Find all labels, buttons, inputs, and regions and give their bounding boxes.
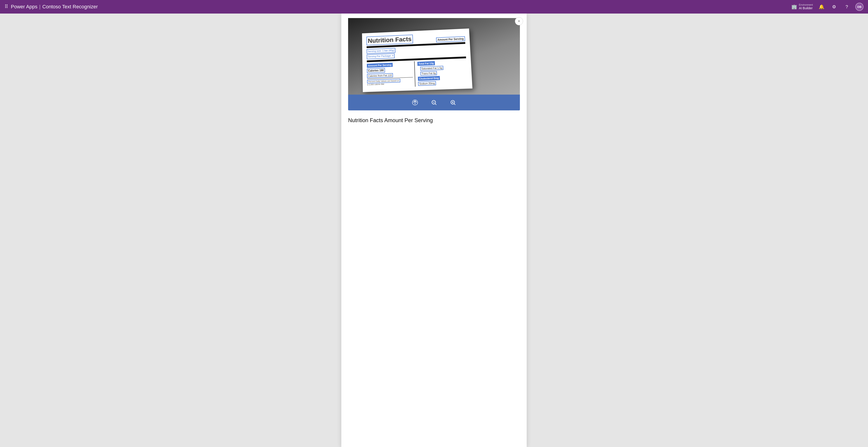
zoom-out-button[interactable] xyxy=(429,98,439,107)
notifications-button[interactable]: 🔔 xyxy=(817,3,826,11)
zoom-in-button[interactable] xyxy=(448,98,458,107)
nf-footnote: Percent Daily Values are based on a 2,00… xyxy=(367,78,413,86)
nf-title: Nutrition Facts xyxy=(366,35,413,45)
environment-text: Environment AI Builder xyxy=(799,3,813,10)
extracted-text-content: Nutrition Facts Amount Per Serving xyxy=(348,117,520,124)
environment-name: AI Builder xyxy=(799,6,813,10)
image-toolbar xyxy=(348,95,520,110)
topbar: ⠿ Power Apps | Contoso Text Recognizer 🏢… xyxy=(0,0,868,13)
nf-amount-per-serving-header: Amount Per Serving xyxy=(436,36,465,42)
content-panel: × Nutrition Facts Amount Per Serving xyxy=(341,13,527,447)
avatar-initials: DB xyxy=(857,5,862,8)
nf-col-right: Total Fat 13g Saturated Fat 1.5g Trans F… xyxy=(417,59,467,87)
app-branding: Power Apps | Contoso Text Recognizer xyxy=(11,4,98,10)
topbar-left: ⠿ Power Apps | Contoso Text Recognizer xyxy=(4,4,792,10)
settings-button[interactable]: ⚙ xyxy=(830,3,838,11)
environment-icon: 🏢 xyxy=(792,4,797,9)
nf-grid: Amount Per Serving Calories 190 Calories… xyxy=(367,59,468,88)
settings-icon: ⚙ xyxy=(832,4,836,9)
close-icon: × xyxy=(518,19,520,23)
environment-label: Environment xyxy=(799,3,813,6)
close-button[interactable]: × xyxy=(515,17,523,25)
nf-col-left: Amount Per Serving Calories 190 Calories… xyxy=(367,61,415,88)
avatar[interactable]: DB xyxy=(855,3,864,11)
svg-line-7 xyxy=(454,104,455,105)
image-container: Nutrition Facts Amount Per Serving Servi… xyxy=(341,13,527,110)
notifications-icon: 🔔 xyxy=(819,4,825,9)
separator: | xyxy=(39,4,40,10)
app-name-label: Power Apps xyxy=(11,4,37,10)
help-icon: ? xyxy=(845,4,848,9)
main-area: × Nutrition Facts Amount Per Serving xyxy=(0,13,868,447)
nutrition-label-visual: Nutrition Facts Amount Per Serving Servi… xyxy=(362,29,472,92)
svg-line-3 xyxy=(435,104,436,105)
environment-badge: 🏢 Environment AI Builder xyxy=(792,3,813,10)
waffle-icon[interactable]: ⠿ xyxy=(4,4,8,10)
app-title: Contoso Text Recognizer xyxy=(42,4,98,10)
upload-button[interactable] xyxy=(410,98,420,107)
extracted-text-section: Nutrition Facts Amount Per Serving xyxy=(341,110,527,130)
nutrition-image: Nutrition Facts Amount Per Serving Servi… xyxy=(348,18,520,95)
help-button[interactable]: ? xyxy=(843,3,851,11)
topbar-right: 🏢 Environment AI Builder 🔔 ⚙ ? DB xyxy=(792,3,864,11)
